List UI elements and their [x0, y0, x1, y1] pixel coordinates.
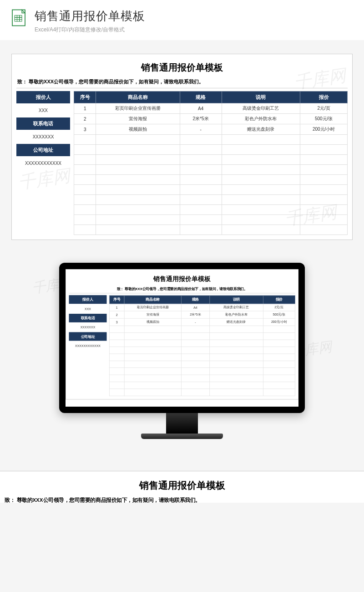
monitor-bezel: 销售通用报价单模板致： 尊敬的XXX公司领导，您司需要的商品报价如下，如有疑问，…	[59, 263, 305, 413]
sidebar: 报价人XXX联系电话XXXXXXX公司地址XXXXXXXXXXXX	[16, 91, 70, 235]
table-row-empty	[74, 205, 348, 215]
column-header-price: 报价	[263, 296, 295, 304]
sidebar-quoter-value: XXX	[69, 304, 107, 314]
cell-spec: -	[180, 124, 222, 135]
monitor-stand	[166, 413, 198, 434]
sidebar-phone-value: XXXXXXX	[69, 322, 107, 332]
cell-name: 彩页印刷企业宣传画册	[96, 103, 180, 114]
sidebar-address-label: 公司地址	[16, 144, 70, 156]
quotation-sheet: 销售通用报价单模板致： 尊敬的XXX公司领导，您司需要的商品报价如下，如有疑问，…	[0, 471, 364, 503]
monitor-mockup: 销售通用报价单模板致： 尊敬的XXX公司领导，您司需要的商品报价如下，如有疑问，…	[59, 263, 305, 439]
cell-spec: 2米*5米	[181, 311, 210, 318]
cell-price: 500元/张	[300, 114, 348, 124]
cell-price: 200元/小时	[300, 124, 348, 135]
table-row: 3视频跟拍-赠送光盘刻录200元/小时	[74, 124, 348, 135]
cell-price: 200元/小时	[263, 318, 295, 326]
cell-seq: 2	[109, 311, 124, 318]
table-row: 2宣传海报2米*5米彩色户外防水布500元/张	[74, 114, 348, 124]
column-header-name: 商品名称	[124, 296, 181, 304]
monitor-screen: 销售通用报价单模板致： 尊敬的XXX公司领导，您司需要的商品报价如下，如有疑问，…	[66, 269, 298, 407]
quotation-table: 序号商品名称规格说明报价1彩页印刷企业宣传画册A4高级烫金印刷工艺2元/页2宣传…	[109, 295, 295, 396]
table-row: 1彩页印刷企业宣传画册A4高级烫金印刷工艺2元/页	[74, 103, 348, 114]
cell-desc: 彩色户外防水布	[222, 114, 300, 124]
cell-spec: A4	[180, 103, 222, 114]
sidebar-quoter-label: 报价人	[16, 91, 70, 103]
table-row-empty	[109, 347, 295, 353]
cell-name: 彩页印刷企业宣传画册	[124, 304, 181, 311]
page-title: 销售通用报价单模板	[35, 8, 355, 24]
table-row-empty	[74, 135, 348, 145]
excel-icon	[9, 8, 28, 27]
table-row-empty	[74, 215, 348, 225]
table-row-empty	[109, 354, 295, 361]
sidebar-phone-label: 联系电话	[16, 117, 70, 130]
column-header-seq: 序号	[109, 296, 124, 304]
sidebar-address-value: XXXXXXXXXXXX	[16, 156, 70, 170]
table-row-empty	[74, 145, 348, 155]
cell-price: 500元/张	[263, 311, 295, 318]
column-header-name: 商品名称	[96, 92, 180, 103]
cell-spec: A4	[181, 304, 210, 311]
cell-spec: 2米*5米	[180, 114, 222, 124]
cell-price: 2元/页	[263, 304, 295, 311]
table-row-empty	[109, 326, 295, 332]
cell-seq: 1	[74, 103, 96, 114]
preview-flat: 千库网 千库网 千库网 销售通用报价单模板致： 尊敬的XXX公司领导，您司需要的…	[0, 40, 364, 249]
sheet-note: 致： 尊敬的XXX公司领导，您司需要的商品报价如下，如有疑问，请致电联系我们。	[16, 77, 348, 88]
quotation-sheet: 销售通用报价单模板致： 尊敬的XXX公司领导，您司需要的商品报价如下，如有疑问，…	[11, 54, 353, 240]
table-row-empty	[109, 382, 295, 388]
sheet-title: 销售通用报价单模板	[4, 476, 360, 495]
cell-name: 宣传海报	[124, 311, 181, 318]
column-header-spec: 规格	[180, 92, 222, 103]
cell-seq: 2	[74, 114, 96, 124]
cell-desc: 高级烫金印刷工艺	[222, 103, 300, 114]
table-row-empty	[109, 389, 295, 396]
sidebar-quoter-value: XXX	[16, 103, 70, 117]
column-header-desc: 说明	[210, 296, 263, 304]
sidebar-phone-value: XXXXXXX	[16, 130, 70, 144]
cell-seq: 3	[74, 124, 96, 135]
sidebar-quoter-label: 报价人	[69, 295, 107, 304]
cell-name: 视频跟拍	[124, 318, 181, 326]
cell-desc: 赠送光盘刻录	[210, 318, 263, 326]
quotation-table: 序号商品名称规格说明报价1彩页印刷企业宣传画册A4高级烫金印刷工艺2元/页2宣传…	[74, 91, 348, 235]
table-row-empty	[74, 185, 348, 195]
quotation-sheet: 销售通用报价单模板致： 尊敬的XXX公司领导，您司需要的商品报价如下，如有疑问，…	[66, 269, 298, 399]
table-row-empty	[109, 333, 295, 340]
preview-cropped: 销售通用报价单模板致： 尊敬的XXX公司领导，您司需要的商品报价如下，如有疑问，…	[0, 462, 364, 503]
sidebar-phone-label: 联系电话	[69, 314, 107, 322]
sheet-note: 致： 尊敬的XXX公司领导，您司需要的商品报价如下，如有疑问，请致电联系我们。	[4, 495, 360, 503]
table-row-empty	[109, 340, 295, 347]
table-row-empty	[109, 361, 295, 367]
page-subtitle: Excel/A4打印/内容随意修改/自带格式	[35, 26, 355, 34]
cell-price: 2元/页	[300, 103, 348, 114]
cell-seq: 1	[109, 304, 124, 311]
table-row: 2宣传海报2米*5米彩色户外防水布500元/张	[109, 311, 295, 318]
sidebar-address-label: 公司地址	[69, 332, 107, 341]
column-header-spec: 规格	[181, 296, 210, 304]
table-row-empty	[74, 175, 348, 185]
cell-desc: 彩色户外防水布	[210, 311, 263, 318]
monitor-base	[141, 434, 223, 439]
preview-monitor: 千库网 千库网 销售通用报价单模板致： 尊敬的XXX公司领导，您司需要的商品报价…	[0, 249, 364, 462]
cell-seq: 3	[109, 318, 124, 326]
table-row-empty	[74, 225, 348, 235]
sidebar-address-value: XXXXXXXXXXXX	[69, 341, 107, 351]
table-row: 1彩页印刷企业宣传画册A4高级烫金印刷工艺2元/页	[109, 304, 295, 311]
table-row-empty	[74, 155, 348, 165]
table-row: 3视频跟拍-赠送光盘刻录200元/小时	[109, 318, 295, 326]
sheet-title: 销售通用报价单模板	[16, 59, 348, 77]
header-bar: 销售通用报价单模板 Excel/A4打印/内容随意修改/自带格式	[0, 0, 364, 40]
cell-desc: 高级烫金印刷工艺	[210, 304, 263, 311]
cell-name: 视频跟拍	[96, 124, 180, 135]
cell-spec: -	[181, 318, 210, 326]
column-header-desc: 说明	[222, 92, 300, 103]
sheet-title: 销售通用报价单模板	[69, 273, 295, 285]
table-row-empty	[74, 165, 348, 175]
sidebar: 报价人XXX联系电话XXXXXXX公司地址XXXXXXXXXXXX	[69, 295, 107, 396]
column-header-price: 报价	[300, 92, 348, 103]
cell-desc: 赠送光盘刻录	[222, 124, 300, 135]
cell-name: 宣传海报	[96, 114, 180, 124]
table-row-empty	[109, 368, 295, 375]
table-row-empty	[109, 375, 295, 382]
